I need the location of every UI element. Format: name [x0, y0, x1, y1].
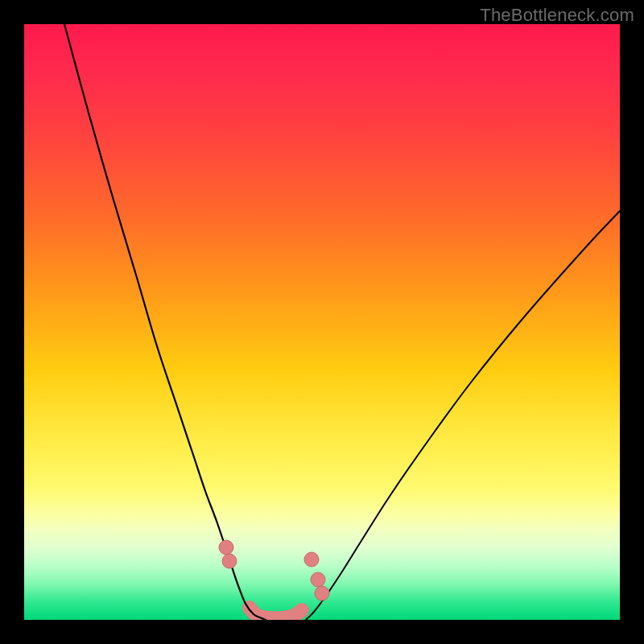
curve-marker [315, 586, 329, 601]
plot-area [24, 24, 620, 620]
watermark-text: TheBottleneck.com [480, 5, 634, 26]
chart-container: TheBottleneck.com [0, 0, 644, 644]
curve-marker [222, 554, 237, 568]
left-curve [64, 24, 266, 620]
right-curve [306, 211, 620, 620]
markers-left [219, 540, 237, 568]
curve-marker [311, 572, 325, 587]
curve-marker [219, 540, 233, 555]
curve-marker [304, 552, 319, 567]
curves-svg [24, 24, 620, 620]
markers-right [304, 552, 329, 601]
